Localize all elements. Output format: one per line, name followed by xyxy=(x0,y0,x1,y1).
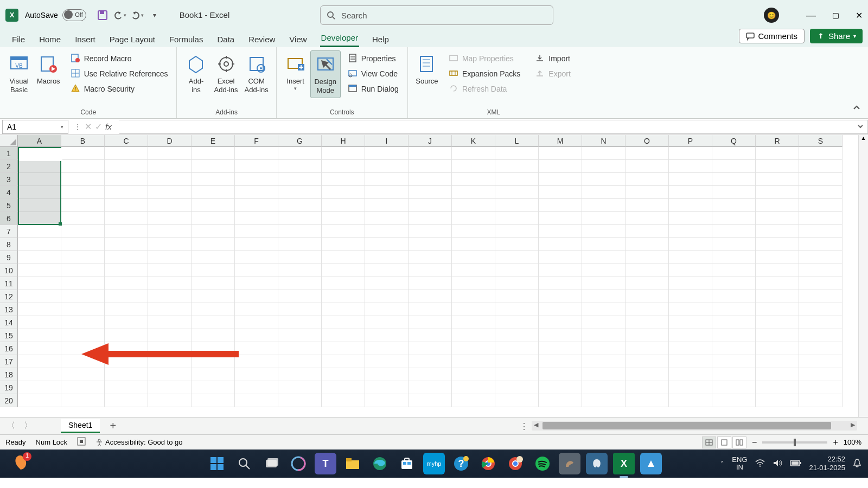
tab-page-layout[interactable]: Page Layout xyxy=(108,33,156,47)
user-avatar[interactable]: 😊 xyxy=(764,8,779,23)
row-header-6[interactable]: 6 xyxy=(0,212,18,225)
ribbon-collapse-button[interactable] xyxy=(853,104,860,114)
excel-addins-button[interactable]: Excel Add-ins xyxy=(210,50,241,97)
zoom-out-button[interactable]: − xyxy=(752,438,757,447)
taskbar-widgets[interactable]: 1 xyxy=(11,453,29,474)
addins-button[interactable]: Add- ins xyxy=(181,50,210,97)
row-header-10[interactable]: 10 xyxy=(0,264,18,277)
row-header-5[interactable]: 5 xyxy=(0,199,18,212)
autosave-toggle[interactable]: Off xyxy=(62,9,86,21)
col-header-O[interactable]: O xyxy=(626,135,669,147)
row-headers[interactable]: 1234567891011121314151617181920 xyxy=(0,147,18,407)
row-header-1[interactable]: 1 xyxy=(0,147,18,160)
select-all-button[interactable] xyxy=(0,135,18,147)
insert-control-button[interactable]: Insert▾ xyxy=(281,50,310,98)
source-button[interactable]: Source xyxy=(412,50,442,95)
fx-icon[interactable]: fx xyxy=(105,122,112,131)
row-header-18[interactable]: 18 xyxy=(0,368,18,381)
comments-button[interactable]: Comments xyxy=(739,29,805,43)
ms-store-icon[interactable] xyxy=(396,453,418,474)
expansion-packs-button[interactable]: Expansion Packs xyxy=(447,68,522,80)
col-header-H[interactable]: H xyxy=(322,135,365,147)
help-icon[interactable]: ? xyxy=(450,453,472,474)
row-header-15[interactable]: 15 xyxy=(0,329,18,342)
col-header-P[interactable]: P xyxy=(669,135,712,147)
row-header-12[interactable]: 12 xyxy=(0,290,18,303)
zoom-in-button[interactable]: + xyxy=(833,438,838,447)
macro-record-icon[interactable] xyxy=(77,437,86,447)
use-relative-references-button[interactable]: Use Relative References xyxy=(69,68,170,80)
visual-basic-button[interactable]: VB Visual Basic xyxy=(4,50,34,97)
col-header-L[interactable]: L xyxy=(495,135,539,147)
col-header-I[interactable]: I xyxy=(365,135,409,147)
sheet-nav[interactable]: 〈〉 xyxy=(0,420,39,432)
excel-app-icon[interactable]: X xyxy=(5,9,18,22)
spreadsheet-grid[interactable]: ABCDEFGHIJKLMNOPQRS 12345678910111213141… xyxy=(0,135,868,417)
run-dialog-button[interactable]: Run Dialog xyxy=(346,83,401,95)
sheet-options[interactable]: ⋮ xyxy=(520,421,528,432)
row-header-14[interactable]: 14 xyxy=(0,316,18,329)
tab-help[interactable]: Help xyxy=(371,33,390,47)
zoom-level[interactable]: 100% xyxy=(844,438,861,446)
save-icon[interactable] xyxy=(95,8,110,23)
file-explorer-icon[interactable] xyxy=(342,453,363,474)
volume-icon[interactable] xyxy=(773,459,782,469)
col-header-F[interactable]: F xyxy=(235,135,278,147)
taskbar-search[interactable] xyxy=(233,453,255,474)
accept-formula-icon[interactable]: ✓ xyxy=(95,121,102,132)
page-layout-view-button[interactable] xyxy=(717,436,731,448)
search-box[interactable]: Search xyxy=(320,5,553,25)
row-header-13[interactable]: 13 xyxy=(0,303,18,316)
col-header-E[interactable]: E xyxy=(192,135,235,147)
battery-icon[interactable] xyxy=(790,459,802,468)
postgres-icon[interactable] xyxy=(586,453,608,474)
dbeaver-icon[interactable] xyxy=(559,453,580,474)
row-header-16[interactable]: 16 xyxy=(0,342,18,355)
formula-input[interactable] xyxy=(119,120,868,134)
name-box[interactable]: A1▾ xyxy=(2,120,68,134)
chrome-icon[interactable] xyxy=(477,453,499,474)
col-header-N[interactable]: N xyxy=(582,135,626,147)
taskbar-clock[interactable]: 22:5221-01-2025 xyxy=(809,455,846,472)
close-button[interactable]: ✕ xyxy=(856,10,863,21)
col-header-R[interactable]: R xyxy=(756,135,799,147)
normal-view-button[interactable] xyxy=(702,436,716,448)
tab-data[interactable]: Data xyxy=(216,33,235,47)
col-header-K[interactable]: K xyxy=(452,135,495,147)
fill-handle[interactable] xyxy=(59,222,62,226)
maximize-button[interactable]: ▢ xyxy=(832,11,839,20)
zoom-slider[interactable] xyxy=(762,441,827,444)
formula-bar-expand[interactable] xyxy=(857,122,864,132)
row-header-19[interactable]: 19 xyxy=(0,381,18,394)
col-header-S[interactable]: S xyxy=(799,135,843,147)
row-header-4[interactable]: 4 xyxy=(0,186,18,199)
page-break-view-button[interactable] xyxy=(732,436,746,448)
tab-review[interactable]: Review xyxy=(247,33,276,47)
col-header-G[interactable]: G xyxy=(278,135,322,147)
com-addins-button[interactable]: COM Add-ins xyxy=(241,50,272,97)
tab-file[interactable]: File xyxy=(11,33,26,47)
col-header-A[interactable]: A xyxy=(18,135,61,147)
tool-icon[interactable] xyxy=(640,453,662,474)
cancel-formula-icon[interactable]: ✕ xyxy=(85,121,92,132)
spotify-icon[interactable] xyxy=(532,453,553,474)
properties-button[interactable]: Properties xyxy=(346,53,401,65)
row-header-9[interactable]: 9 xyxy=(0,251,18,264)
redo-button[interactable]: ▾ xyxy=(130,8,145,23)
teams-icon[interactable]: T xyxy=(315,453,336,474)
horizontal-scrollbar[interactable]: ◀▶ xyxy=(532,421,857,431)
col-header-C[interactable]: C xyxy=(105,135,148,147)
tab-formulas[interactable]: Formulas xyxy=(168,33,205,47)
row-header-17[interactable]: 17 xyxy=(0,355,18,368)
share-button[interactable]: Share▾ xyxy=(810,29,863,43)
wifi-icon[interactable] xyxy=(755,459,765,469)
col-header-J[interactable]: J xyxy=(409,135,452,147)
tab-view[interactable]: View xyxy=(288,33,308,47)
cells-area[interactable] xyxy=(18,147,858,417)
row-header-20[interactable]: 20 xyxy=(0,394,18,407)
column-headers[interactable]: ABCDEFGHIJKLMNOPQRS xyxy=(18,135,858,147)
excel-taskbar-icon[interactable]: X xyxy=(613,453,635,474)
import-button[interactable]: Import xyxy=(533,53,572,65)
col-header-B[interactable]: B xyxy=(61,135,105,147)
tray-chevron[interactable]: ˄ xyxy=(720,460,724,468)
